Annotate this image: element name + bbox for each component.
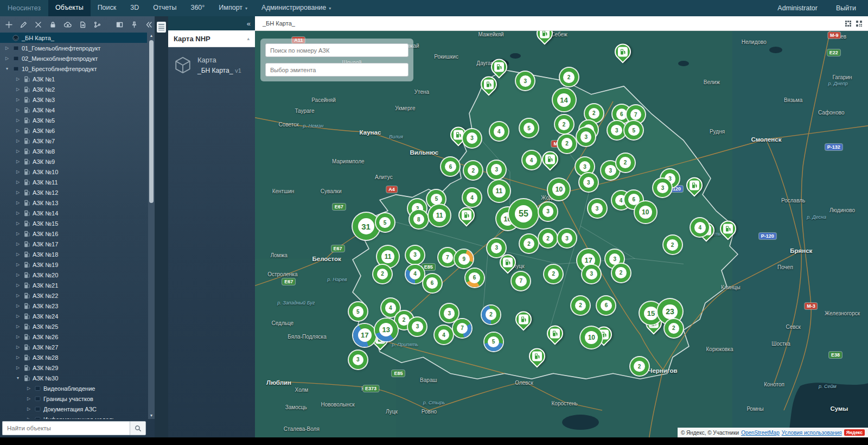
- cluster-marker[interactable]: 2: [612, 264, 630, 282]
- cluster-marker[interactable]: 6: [597, 296, 615, 315]
- cluster-marker[interactable]: 2: [663, 236, 682, 254]
- tree-search-button[interactable]: [130, 421, 146, 435]
- tree-expand-arrow[interactable]: ▷: [26, 417, 31, 419]
- tree-expand-arrow[interactable]: ▷: [15, 200, 21, 205]
- tree-expand-arrow[interactable]: ▷: [15, 345, 21, 349]
- tree-search-input[interactable]: [2, 421, 130, 435]
- cluster-marker[interactable]: 3: [582, 265, 601, 283]
- delete-icon[interactable]: [35, 21, 42, 28]
- cluster-marker[interactable]: 3: [588, 199, 607, 218]
- tree-expand-arrow[interactable]: ▷: [15, 190, 21, 195]
- cluster-marker[interactable]: 3: [463, 129, 481, 148]
- cluster-marker[interactable]: 14: [553, 88, 576, 111]
- tree-expand-arrow[interactable]: ▷: [26, 406, 31, 411]
- cluster-marker[interactable]: 3: [577, 128, 595, 146]
- tree-item[interactable]: ▷Видеонаблюдение: [0, 383, 147, 393]
- cluster-marker[interactable]: 2: [544, 265, 563, 283]
- tree-item[interactable]: ▷АЗК №24: [0, 311, 147, 321]
- scroll-down-icon[interactable]: ▾: [150, 412, 152, 419]
- tree-item[interactable]: ▷АЗК №11: [0, 177, 147, 187]
- nav-item-360°[interactable]: 360°: [183, 0, 212, 17]
- tree-scrollbar[interactable]: ▴ ▾: [148, 33, 155, 419]
- tree-expand-arrow[interactable]: ▷: [15, 262, 21, 267]
- cluster-marker[interactable]: 4: [463, 188, 481, 207]
- tree-expand-arrow[interactable]: ▷: [15, 97, 21, 102]
- tree-expand-arrow[interactable]: ▷: [15, 221, 21, 226]
- cluster-marker[interactable]: 3: [406, 246, 424, 264]
- tree-expand-arrow[interactable]: ▷: [15, 283, 21, 288]
- tree-item[interactable]: ▷АЗК №3: [0, 94, 147, 105]
- add-icon[interactable]: [5, 21, 12, 28]
- scroll-up-icon[interactable]: ▴: [150, 33, 152, 39]
- tree-item[interactable]: ▷АЗК №28: [0, 352, 147, 363]
- tree-expand-arrow[interactable]: ▷: [15, 314, 21, 319]
- tree-expand-arrow[interactable]: ▷: [15, 169, 21, 174]
- map-tab-title[interactable]: _БН Карта_: [263, 20, 844, 27]
- cluster-marker[interactable]: 2: [555, 115, 573, 134]
- cluster-marker[interactable]: 17: [353, 324, 376, 347]
- cluster-marker[interactable]: 9: [455, 250, 473, 268]
- tree-expand-arrow[interactable]: ▷: [15, 77, 21, 81]
- gas-station-pin-marker[interactable]: [686, 177, 703, 193]
- tree-item[interactable]: ▷АЗК №9: [0, 156, 147, 167]
- cluster-marker[interactable]: 4: [435, 326, 453, 344]
- tree-item[interactable]: ▷АЗК №13: [0, 198, 147, 208]
- tree-expand-arrow[interactable]: ▷: [15, 159, 21, 164]
- cluster-marker[interactable]: 2: [630, 357, 649, 376]
- cluster-marker[interactable]: 11: [488, 180, 510, 202]
- tree-expand-arrow[interactable]: ▷: [15, 303, 21, 308]
- tree-expand-arrow[interactable]: ▷: [15, 107, 21, 112]
- cluster-marker[interactable]: 2: [558, 135, 576, 153]
- nav-item-импорт[interactable]: Импорт▾: [212, 0, 254, 17]
- cluster-marker[interactable]: 10: [635, 201, 656, 223]
- tree-item[interactable]: ▷АЗК №17: [0, 239, 147, 249]
- split-panel-icon[interactable]: [116, 21, 123, 28]
- cluster-marker[interactable]: 4: [490, 122, 508, 141]
- tree-expand-arrow[interactable]: ▷: [15, 334, 21, 339]
- cluster-marker[interactable]: 2: [482, 306, 500, 324]
- tree-expand-arrow[interactable]: ▷: [15, 180, 21, 185]
- collapse-panel-icon[interactable]: [145, 21, 152, 28]
- terms-link[interactable]: Условия использования: [782, 430, 842, 436]
- cluster-marker[interactable]: 7: [438, 248, 457, 266]
- lock-icon[interactable]: [49, 21, 56, 28]
- tree-item[interactable]: _БН Карта_: [0, 33, 147, 43]
- edit-icon[interactable]: [20, 21, 27, 28]
- cluster-marker[interactable]: 6: [465, 269, 484, 287]
- cluster-marker[interactable]: 6: [423, 274, 442, 293]
- chevron-up-icon[interactable]: ▴: [247, 36, 250, 41]
- tree-expand-arrow[interactable]: ▷: [26, 396, 31, 401]
- tree-expand-arrow[interactable]: ▷: [15, 128, 21, 133]
- tree-item[interactable]: ▷АЗК №14: [0, 208, 147, 218]
- cluster-marker[interactable]: 10: [580, 327, 602, 348]
- tree-item[interactable]: ▷АЗК №26: [0, 332, 147, 342]
- cluster-marker[interactable]: 2: [616, 154, 635, 172]
- tree-expand-arrow[interactable]: ▾: [15, 376, 21, 380]
- cluster-marker[interactable]: 4: [406, 265, 424, 283]
- nav-item-объекты[interactable]: Объекты: [48, 0, 91, 17]
- cluster-marker[interactable]: 11: [429, 205, 450, 226]
- cluster-marker[interactable]: 7: [512, 272, 530, 290]
- cluster-marker[interactable]: 2: [571, 296, 590, 315]
- tree-expand-arrow[interactable]: ▷: [15, 293, 21, 298]
- cluster-marker[interactable]: 4: [522, 151, 541, 169]
- scrollbar-thumb[interactable]: [149, 40, 154, 203]
- cluster-marker[interactable]: 3: [608, 121, 626, 139]
- gas-station-pin-marker[interactable]: [542, 151, 558, 167]
- tree-item[interactable]: ▷АЗК №19: [0, 259, 147, 270]
- cluster-marker[interactable]: 55: [509, 199, 538, 228]
- tree-item[interactable]: ▷АЗК №4: [0, 105, 147, 115]
- tree-item[interactable]: ▷АЗК №8: [0, 146, 147, 156]
- tree-expand-arrow[interactable]: ▾: [4, 66, 10, 71]
- gas-station-pin-marker[interactable]: [547, 325, 563, 341]
- map-card[interactable]: Карта _БН Карта_v1: [174, 56, 250, 74]
- tree-expand-arrow[interactable]: ▷: [15, 87, 21, 92]
- cluster-marker[interactable]: 3: [579, 173, 598, 192]
- tree-expand-arrow[interactable]: ▷: [15, 355, 21, 360]
- cluster-marker[interactable]: 2: [464, 161, 482, 180]
- tree-item[interactable]: ▷Документация АЗС: [0, 404, 147, 414]
- cluster-marker[interactable]: 5: [624, 121, 643, 139]
- qr-icon[interactable]: [855, 20, 863, 27]
- cluster-marker[interactable]: 3: [440, 304, 458, 322]
- file-export-icon[interactable]: [79, 21, 86, 28]
